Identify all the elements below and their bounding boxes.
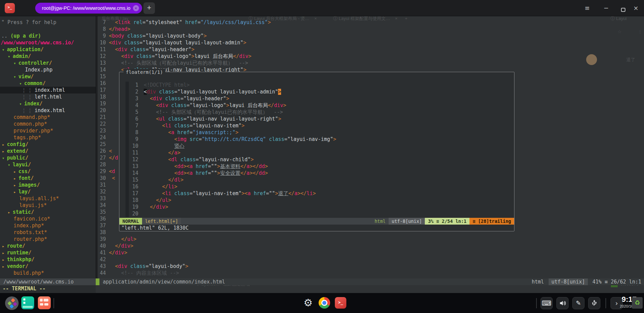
- floaterm-code-line-19[interactable]: 19 </div>: [119, 204, 514, 210]
- expanded-arrow-icon[interactable]: ▾: [14, 61, 18, 66]
- tree-item-router.php*[interactable]: router.php*: [0, 236, 96, 243]
- tree-item-application[interactable]: ▾ application/: [0, 46, 96, 53]
- code-line-9[interactable]: 9<body class="layui-layout-body">: [98, 33, 644, 39]
- tree-item-provider.php*[interactable]: provider.php*: [0, 127, 96, 134]
- floaterm-code-line-5[interactable]: 5 <!-- 头部区域（可配合layui已有的水平导航） -->: [119, 109, 514, 116]
- maximize-icon[interactable]: [618, 6, 628, 14]
- tree-item-css[interactable]: ▸ css/: [0, 168, 96, 175]
- expanded-arrow-icon[interactable]: ▾: [14, 75, 18, 79]
- expanded-arrow-icon[interactable]: ▾: [19, 81, 24, 86]
- code-line-40[interactable]: 40 </div>: [98, 243, 644, 249]
- code-line-12[interactable]: 12 <div class="layui-logo">layui 后台布局</d…: [98, 53, 644, 60]
- tree-item-index.html[interactable]: ¦ ¦ index.html: [0, 87, 96, 93]
- tree-item-images[interactable]: ▸ images/: [0, 182, 96, 188]
- tree-item-index.html[interactable]: ¦ ¦ index.html: [0, 107, 96, 114]
- tree-item-build.php*[interactable]: build.php*: [0, 270, 96, 276]
- tree-item-thinkphp[interactable]: ▸ thinkphp/: [0, 256, 96, 263]
- code-line-42[interactable]: 42: [98, 256, 644, 263]
- tree-item-layui.all.js*[interactable]: layui.all.js*: [0, 195, 96, 202]
- floaterm-code-line-18[interactable]: 18 </ul>: [119, 197, 514, 204]
- collapsed-arrow-icon[interactable]: ▸: [14, 190, 18, 194]
- tree-item-help[interactable]: " Press ? for help: [0, 19, 96, 26]
- chrome-browser-icon[interactable]: [319, 297, 330, 309]
- tree-item-common.php*[interactable]: common.php*: [0, 121, 96, 127]
- code-line-44[interactable]: 44 <!-- 内容主体区域 -->: [98, 270, 644, 276]
- terminal-taskbar-icon[interactable]: >_: [335, 297, 346, 309]
- file-manager-icon[interactable]: [21, 296, 34, 309]
- floaterm-code-line-8[interactable]: 8 <a href="javascript:;">: [119, 129, 514, 136]
- tree-item-robots.txt*[interactable]: robots.txt*: [0, 229, 96, 236]
- collapsed-arrow-icon[interactable]: ▸: [14, 169, 18, 174]
- tree-item-controller[interactable]: ▾ controller/: [0, 60, 96, 66]
- floaterm-code-line-6[interactable]: 6 <ul class="layui-nav layui-layout-righ…: [119, 116, 514, 122]
- tree-item-index[interactable]: ▾ index/: [0, 100, 96, 107]
- close-icon[interactable]: ×: [631, 4, 641, 12]
- floaterm-window[interactable]: floaterm(1/1) 1<!DOCTYPE html>2<div clas…: [119, 72, 514, 231]
- floaterm-code-line-4[interactable]: 4 <div class="layui-logo">layui 后台布局</di…: [119, 102, 514, 109]
- floaterm-code-line-12[interactable]: 12 <dl class="layui-nav-child">: [119, 156, 514, 163]
- tab-close-icon[interactable]: ×: [133, 5, 139, 11]
- expanded-arrow-icon[interactable]: ▾: [8, 163, 13, 167]
- code-line-13[interactable]: 13 <!-- 头部区域（可配合layui已有的水平导航） -->: [98, 60, 644, 66]
- tree-item-extend[interactable]: ▸ extend/: [0, 148, 96, 154]
- tree-item-public[interactable]: ▾ public/: [0, 154, 96, 161]
- minimize-icon[interactable]: −: [601, 4, 611, 12]
- expanded-arrow-icon[interactable]: ▾: [2, 47, 7, 52]
- app-launcher-icon[interactable]: [5, 296, 19, 310]
- terminal-app-icon[interactable]: >_: [5, 3, 15, 13]
- code-line-43[interactable]: 43 <div class="layui-body">: [98, 263, 644, 270]
- tree-item-up-a-dir[interactable]: .. (up a dir): [0, 33, 96, 39]
- collapsed-arrow-icon[interactable]: ▸: [2, 251, 7, 255]
- code-line-11[interactable]: 11 <div class="layui-header">: [98, 46, 644, 53]
- collapsed-arrow-icon[interactable]: ▸: [2, 244, 7, 249]
- expanded-arrow-icon[interactable]: ▾: [8, 54, 13, 59]
- tree-item-common[interactable]: ▾ common/: [0, 80, 96, 87]
- tree-item-view[interactable]: ▾ view/: [0, 73, 96, 80]
- code-line-39[interactable]: 39 </ul>: [98, 236, 644, 243]
- tree-item-config[interactable]: ▸ config/: [0, 141, 96, 148]
- expanded-arrow-icon[interactable]: ▾: [2, 156, 7, 161]
- collapsed-arrow-icon[interactable]: ▸: [2, 257, 7, 262]
- tree-item-static[interactable]: ▸ static/: [0, 209, 96, 215]
- floaterm-code-line-11[interactable]: 11 </a>: [119, 149, 514, 156]
- volume-icon[interactable]: [556, 297, 569, 309]
- tree-item-layui[interactable]: ▾ layui/: [0, 161, 96, 168]
- floaterm-code-line-13[interactable]: 13 <dd><a href="">基本资料</a></dd>: [119, 163, 514, 170]
- collapsed-arrow-icon[interactable]: ▸: [2, 264, 7, 269]
- new-tab-button[interactable]: +: [143, 2, 155, 14]
- collapsed-arrow-icon[interactable]: ▸: [14, 183, 18, 188]
- code-line-10[interactable]: 10<div class="layui-layout layui-layout-…: [98, 39, 644, 46]
- tree-item-command.php*[interactable]: command.php*: [0, 114, 96, 121]
- keyboard-icon[interactable]: ⌨: [540, 297, 553, 309]
- tree-item-font[interactable]: ▸ font/: [0, 175, 96, 182]
- code-line-8[interactable]: 8</head>: [98, 26, 644, 33]
- tree-item-root-path[interactable]: /www/wwwroot/www.cms.io/: [0, 39, 96, 46]
- split-separator[interactable]: [96, 16, 98, 278]
- tree-item-lay[interactable]: ▸ lay/: [0, 188, 96, 195]
- tree-item-admin[interactable]: ▾ admin/: [0, 53, 96, 60]
- tree-item-index.php*[interactable]: index.php*: [0, 222, 96, 229]
- dashboard-app-icon[interactable]: [38, 296, 51, 309]
- collapsed-arrow-icon[interactable]: ▸: [14, 176, 18, 181]
- floaterm-code-line-1[interactable]: 1<!DOCTYPE html>: [119, 82, 514, 88]
- expanded-arrow-icon[interactable]: ▾: [19, 102, 24, 106]
- collapsed-arrow-icon[interactable]: ▸: [8, 210, 13, 215]
- settings-gear-icon[interactable]: ⚙: [301, 296, 315, 310]
- pen-input-icon[interactable]: ✎: [572, 297, 584, 309]
- collapsed-arrow-icon[interactable]: ▸: [2, 142, 7, 147]
- usb-icon[interactable]: [588, 297, 600, 309]
- floaterm-code-line-10[interactable]: 10 贤心: [119, 143, 514, 149]
- tree-item-runtime[interactable]: ▸ runtime/: [0, 249, 96, 256]
- floaterm-code-line-16[interactable]: 16 </li>: [119, 183, 514, 190]
- tree-item-route[interactable]: ▸ route/: [0, 243, 96, 249]
- tree-item-layui.js*[interactable]: layui.js*: [0, 202, 96, 209]
- floaterm-code-line-3[interactable]: 3 <div class="layui-header">: [119, 95, 514, 102]
- code-line-41[interactable]: 41</div>: [98, 249, 644, 256]
- tree-item-vendor[interactable]: ▸ vendor/: [0, 263, 96, 270]
- collapsed-arrow-icon[interactable]: ▸: [2, 149, 7, 154]
- floaterm-code-line-20[interactable]: 20: [119, 210, 514, 217]
- floaterm-code-line-17[interactable]: 17 <li class="layui-nav-item"><a href=""…: [119, 190, 514, 197]
- recycle-bin-icon[interactable]: ♻: [632, 297, 643, 309]
- tree-item-favicon.ico*[interactable]: favicon.ico*: [0, 215, 96, 222]
- floaterm-code-line-15[interactable]: 15 </dl>: [119, 176, 514, 183]
